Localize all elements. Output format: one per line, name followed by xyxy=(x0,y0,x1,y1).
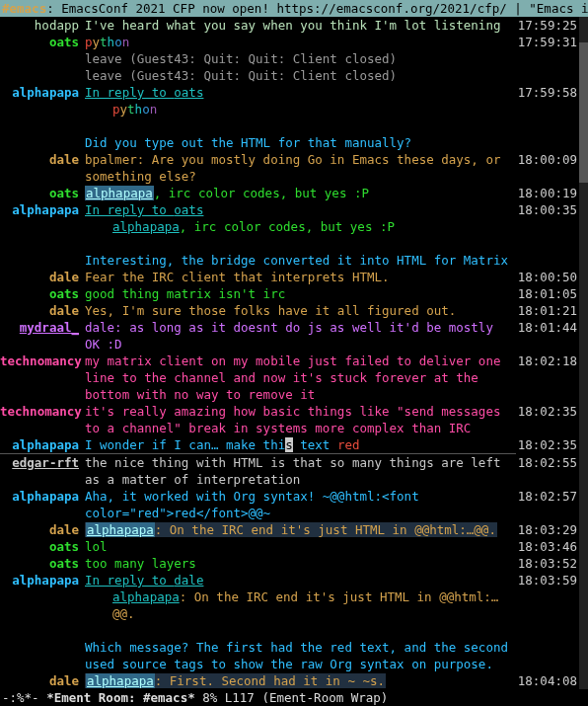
message-composing[interactable]: I wonder if I can… make this text red xyxy=(85,436,516,453)
chat-row: alphapapa Aha, it worked with Org syntax… xyxy=(0,488,579,521)
chat-row: oats good thing matrix isn't irc 18:01:0… xyxy=(0,285,579,302)
nick-alphapapa: alphapapa xyxy=(0,488,85,521)
nick-dale: dale xyxy=(0,269,85,285)
mention-link[interactable]: alphapapa xyxy=(86,673,155,688)
mention-link[interactable]: alphapapa xyxy=(112,219,180,234)
chat-row: edgar-rft the nice thing with HTML is th… xyxy=(0,454,579,488)
chat-row: dale Fear the IRC client that interprets… xyxy=(0,269,579,285)
timestamp: 18:01:44 xyxy=(516,319,579,353)
chat-row: dale alphapapa: First. Second had it in … xyxy=(0,672,579,689)
chat-buffer[interactable]: hodapp I've heard what you say when you … xyxy=(0,17,588,689)
timestamp: 18:02:35 xyxy=(516,403,579,436)
message-text: Which message? The first had the red tex… xyxy=(85,639,516,672)
mode-line: -:%*- *Ement Room: #emacs* 8% L117 (Emen… xyxy=(0,689,588,706)
chat-row: technomancy my matrix client on my mobil… xyxy=(0,353,579,403)
titlebar-channel: #emacs xyxy=(2,1,46,16)
titlebar-topic: : EmacsConf 2021 CFP now open! https://e… xyxy=(46,1,588,16)
message-text: good thing matrix isn't irc xyxy=(85,285,516,302)
nick-empty xyxy=(0,134,85,151)
nick-hodapp: hodapp xyxy=(0,17,85,34)
mention-link[interactable]: alphapapa xyxy=(85,186,154,200)
timestamp: 18:03:46 xyxy=(516,538,579,555)
buffer-name: *Ement Room: #emacs* xyxy=(46,690,195,705)
nick-dale: dale xyxy=(0,672,85,689)
timestamp: 18:03:29 xyxy=(516,521,579,538)
timestamp: 18:02:35 xyxy=(516,436,579,453)
chat-row: alphapapa In reply to oats 18:00:35 xyxy=(0,201,579,218)
reply-link[interactable]: In reply to xyxy=(85,202,174,217)
window-titlebar: #emacs: EmacsConf 2021 CFP now open! htt… xyxy=(0,0,588,17)
nick-alphapapa: alphapapa xyxy=(0,436,85,453)
nick-technomancy: technomancy xyxy=(0,403,85,436)
timestamp: 18:02:55 xyxy=(516,454,579,488)
timestamp: 17:59:31 xyxy=(516,34,579,50)
timestamp: 18:01:21 xyxy=(516,302,579,319)
reply-target-link[interactable]: oats xyxy=(174,85,203,100)
timestamp: 18:04:08 xyxy=(516,672,579,689)
gap xyxy=(0,235,579,252)
reply-link[interactable]: In reply to xyxy=(85,85,174,100)
message-text: Did you type out the HTML for that manua… xyxy=(85,134,516,151)
scrollbar-track[interactable] xyxy=(579,17,588,689)
chat-row: oats alphapapa, irc color codes, but yes… xyxy=(0,185,579,201)
text-cursor: s xyxy=(285,437,293,452)
nick-oats: oats xyxy=(0,538,85,555)
chat-row: dale alphapapa: On the IRC end it's just… xyxy=(0,521,579,538)
timestamp: 18:00:50 xyxy=(516,269,579,285)
timestamp xyxy=(516,134,579,151)
reply-link[interactable]: In reply to xyxy=(85,573,174,588)
nick-mydraal: mydraal_ xyxy=(0,319,85,353)
nick-empty xyxy=(0,588,85,622)
nick-alphapapa: alphapapa xyxy=(0,84,85,101)
message-text: dale: as long as it doesnt do js as well… xyxy=(85,319,516,353)
system-message: leave (Guest43: Quit: Quit: Client close… xyxy=(85,67,516,84)
message-text: my matrix client on my mobile just faile… xyxy=(85,353,516,403)
chat-row: alphapapa In reply to oats 17:59:58 xyxy=(0,84,579,101)
chat-row: hodapp I've heard what you say when you … xyxy=(0,17,579,34)
nick-oats: oats xyxy=(0,285,85,302)
gap xyxy=(0,622,579,639)
message-reply: In reply to oats xyxy=(85,201,516,218)
nick-oats: oats xyxy=(0,555,85,572)
timestamp: 18:00:35 xyxy=(516,201,579,218)
message-text: alphapapa: On the IRC end it's just HTML… xyxy=(85,521,516,538)
nick-dale: dale xyxy=(0,151,85,185)
chat-content: hodapp I've heard what you say when you … xyxy=(0,17,579,689)
message-text: Interesting, the bridge converted it int… xyxy=(85,252,516,269)
message-reply: In reply to dale xyxy=(85,572,516,588)
chat-row: alphapapa In reply to dale 18:03:59 xyxy=(0,572,579,588)
message-quoted: alphapapa: On the IRC end it's just HTML… xyxy=(85,588,516,622)
message-text: Yes, I'm sure those folks have it all fi… xyxy=(85,302,516,319)
timestamp xyxy=(516,588,579,622)
nick-oats: oats xyxy=(0,34,85,50)
message-rainbow: python xyxy=(85,34,516,50)
timestamp: 18:02:57 xyxy=(516,488,579,521)
nick-empty xyxy=(0,50,85,67)
chat-row: oats too many layers 18:03:52 xyxy=(0,555,579,572)
message-text: alphapapa: First. Second had it in ~ ~s. xyxy=(85,672,516,689)
reply-target-link[interactable]: dale xyxy=(174,573,203,588)
reply-target-link[interactable]: oats xyxy=(174,202,203,217)
chat-row: alphapapa, irc color codes, but yes :P xyxy=(0,218,579,235)
message-text: alphapapa, irc color codes, but yes :P xyxy=(85,185,516,201)
message-text: lol xyxy=(85,538,516,555)
nick-technomancy: technomancy xyxy=(0,353,85,403)
timestamp: 17:59:58 xyxy=(516,84,579,101)
chat-row: alphapapa: On the IRC end it's just HTML… xyxy=(0,588,579,622)
chat-row: Interesting, the bridge converted it int… xyxy=(0,252,579,269)
nick-empty xyxy=(0,252,85,269)
nick-dale: dale xyxy=(0,302,85,319)
nick-alphapapa: alphapapa xyxy=(0,201,85,218)
scrollbar-thumb[interactable] xyxy=(579,42,588,183)
modeline-position: 8% L117 xyxy=(195,690,262,705)
chat-row: oats lol 18:03:46 xyxy=(0,538,579,555)
mention-link[interactable]: alphapapa xyxy=(112,589,180,604)
timestamp: 18:03:52 xyxy=(516,555,579,572)
mention-link[interactable]: alphapapa xyxy=(86,522,155,537)
chat-row: Did you type out the HTML for that manua… xyxy=(0,134,579,151)
message-text: the nice thing with HTML is that so many… xyxy=(85,454,516,488)
chat-row: dale Yes, I'm sure those folks have it a… xyxy=(0,302,579,319)
system-message: leave (Guest43: Quit: Quit: Client close… xyxy=(85,50,516,67)
modeline-mode: (Ement-Room Wrap) xyxy=(261,690,388,705)
timestamp: 18:00:19 xyxy=(516,185,579,201)
